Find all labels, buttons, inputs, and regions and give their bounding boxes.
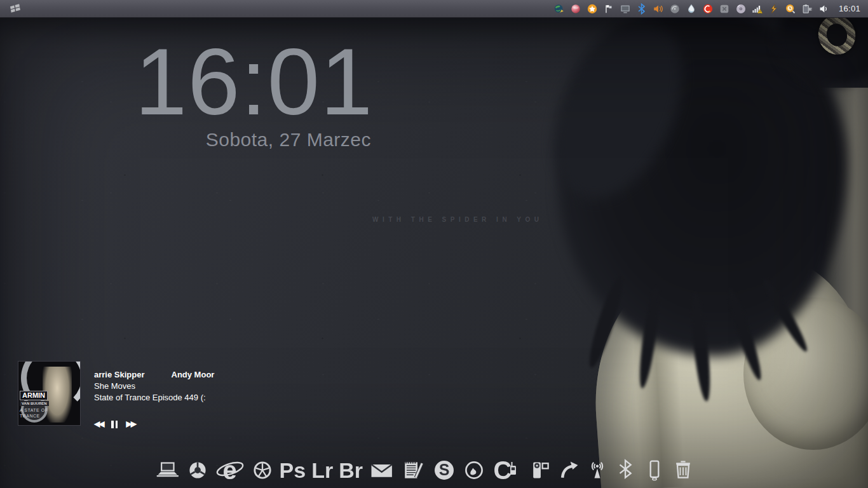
previous-track-button[interactable]: ◀◀ — [94, 419, 103, 428]
swirl-orb-icon[interactable] — [669, 3, 681, 15]
dock-skype-icon[interactable]: S — [431, 457, 457, 484]
wallpaper-hair-strand — [724, 287, 766, 383]
dock-trash-icon[interactable] — [672, 457, 695, 484]
dock-lightroom-label: Lr — [311, 459, 333, 481]
wallpaper-hair-strand — [759, 276, 811, 354]
clipboard-power-icon[interactable] — [801, 3, 813, 15]
dock-internet-explorer-label: e — [222, 458, 236, 483]
volume-active-icon[interactable] — [653, 3, 665, 15]
desktop[interactable]: WITH THE SPIDER IN YOU 16:01 Sobota, 27 … — [0, 18, 868, 488]
water-drop-icon[interactable] — [686, 3, 698, 15]
album-title: State of Trance Episode 449 (: — [94, 393, 272, 402]
next-track-button[interactable]: ▶▶ — [126, 419, 135, 428]
wallpaper-vignette — [0, 18, 868, 488]
wallpaper-caption: WITH THE SPIDER IN YOU — [372, 216, 543, 223]
dock-skype-label: S — [439, 462, 450, 478]
clock-widget: 16:01 Sobota, 27 Marzec — [135, 36, 371, 151]
wallpaper-wall — [817, 88, 868, 488]
dock-photoshop-icon[interactable]: Ps — [280, 457, 306, 484]
album-art: ARMIN VAN BUUREN A STATE OF TRANCE — [18, 361, 81, 426]
globe-sync-icon[interactable] — [553, 3, 566, 15]
wallpaper-hair-strand — [636, 285, 663, 389]
wallpaper-figure-hand — [776, 18, 868, 86]
artist-name-2: Andy Moor — [172, 370, 215, 379]
red-alert-icon[interactable] — [702, 3, 714, 15]
dock-wifi-antenna-icon[interactable] — [586, 457, 609, 484]
album-art-text: VAN BUUREN — [20, 401, 49, 406]
wallpaper-bracelet — [813, 18, 860, 59]
closed-window-icon[interactable] — [719, 3, 731, 15]
dock-bluetooth-icon[interactable] — [614, 457, 637, 484]
system-tray — [553, 3, 830, 15]
player-controls: ◀◀ ▶▶ — [94, 419, 135, 428]
wallpaper-figure-shoulder — [743, 297, 868, 450]
start-button[interactable] — [9, 3, 22, 15]
signal-warning-icon[interactable] — [752, 3, 764, 15]
dock-internet-explorer-icon[interactable]: e — [215, 457, 245, 484]
dock-chrome-icon[interactable] — [186, 457, 209, 484]
pause-button[interactable] — [111, 420, 118, 428]
bluetooth-icon[interactable] — [636, 3, 648, 15]
dock-flame-hand-icon[interactable] — [463, 457, 485, 484]
dock-lightroom-icon[interactable]: Lr — [311, 457, 333, 484]
wallpaper-figure-back — [586, 245, 868, 488]
pink-orb-icon[interactable] — [570, 3, 582, 15]
volume-icon[interactable] — [818, 3, 830, 15]
dock-phone-dialer-label: C — [494, 458, 512, 483]
wallpaper-sheets — [747, 424, 868, 488]
track-info: arrie SkipperAndy Moor She Moves State o… — [94, 370, 272, 402]
wallpaper-hair-strand — [688, 292, 714, 402]
artist-name: arrie Skipper — [94, 370, 145, 379]
dock-photoshop-label: Ps — [280, 459, 306, 481]
dock-bridge-label: Br — [339, 459, 363, 481]
dock-laptop-icon[interactable] — [155, 457, 180, 484]
taskbar-clock[interactable]: 16:01 — [839, 4, 860, 13]
dock-notes-icon[interactable] — [400, 457, 426, 484]
wallpaper-hair-strand — [584, 273, 628, 370]
wallpaper-figure-arm — [529, 18, 708, 219]
cd-disc-icon[interactable] — [735, 3, 747, 15]
album-art-text: TRANCE — [20, 414, 40, 418]
search-clock-icon[interactable] — [785, 3, 797, 15]
dock-camcorder-icon[interactable] — [529, 457, 552, 484]
display-icon[interactable] — [620, 3, 632, 15]
track-title: She Moves — [94, 381, 272, 391]
wallpaper-figure-hair — [558, 18, 847, 356]
dock-mail-icon[interactable] — [369, 457, 395, 484]
screen: 16:01 WITH THE SPIDER IN YOU 16:01 Sobot… — [0, 0, 868, 488]
winamp-bolt-icon[interactable] — [768, 3, 780, 15]
album-art-text: ARMIN — [20, 391, 48, 400]
star-badge-icon[interactable] — [587, 3, 599, 15]
language-flag-icon[interactable] — [603, 3, 615, 15]
dock-picasa-icon[interactable] — [251, 457, 274, 484]
dock-phone-dialer-icon[interactable]: C — [491, 457, 523, 484]
wallpaper-noise — [0, 18, 868, 488]
artist-line: arrie SkipperAndy Moor — [94, 370, 272, 379]
dock: ePsLrBrSC — [155, 456, 695, 485]
album-art-text: A STATE OF — [20, 408, 48, 412]
windows-logo-icon — [9, 3, 22, 15]
clock-time: 16:01 — [135, 36, 371, 128]
taskbar: 16:01 — [0, 0, 868, 18]
dock-mobile-phone-icon[interactable] — [643, 457, 666, 484]
dock-bridge-icon[interactable]: Br — [339, 457, 363, 484]
dock-share-arrow-icon[interactable] — [557, 457, 580, 484]
